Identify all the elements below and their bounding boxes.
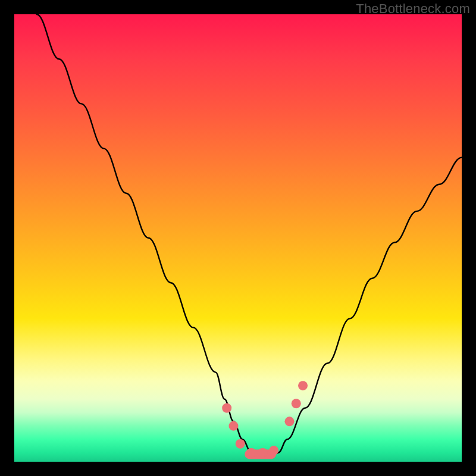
chart-svg bbox=[14, 14, 462, 462]
outer-frame: TheBottleneck.com bbox=[0, 0, 476, 476]
watermark-text: TheBottleneck.com bbox=[356, 1, 470, 17]
plot-area bbox=[14, 14, 462, 462]
marker-dot-2 bbox=[236, 439, 245, 449]
marker-dot-6 bbox=[284, 416, 294, 426]
marker-dot-1 bbox=[228, 421, 238, 431]
marker-dot-4 bbox=[258, 448, 267, 458]
marker-dot-3 bbox=[247, 448, 256, 458]
marker-dot-0 bbox=[222, 403, 231, 413]
marker-layer bbox=[222, 381, 308, 459]
marker-dot-7 bbox=[292, 399, 301, 408]
curve-layer bbox=[37, 14, 462, 457]
bottleneck-curve bbox=[37, 14, 462, 457]
marker-dot-5 bbox=[269, 446, 278, 455]
marker-dot-8 bbox=[298, 381, 308, 390]
